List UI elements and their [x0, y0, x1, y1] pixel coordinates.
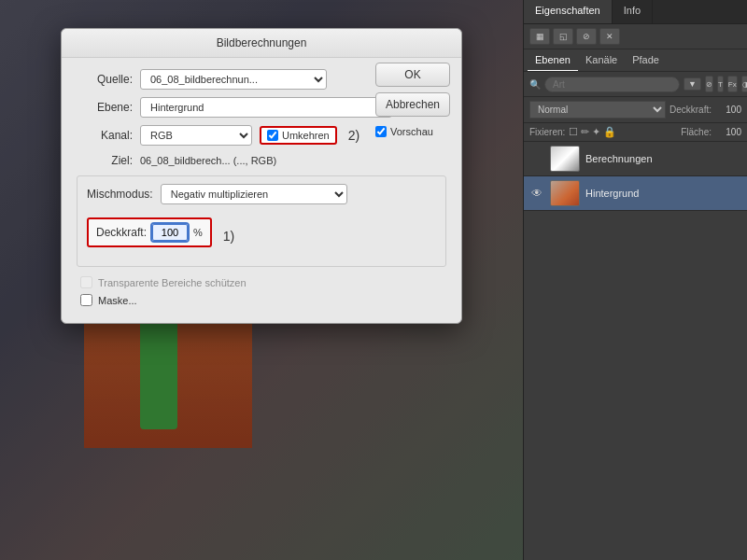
text-icon[interactable]: T: [717, 76, 724, 92]
search-icon: 🔍: [529, 79, 541, 90]
tab-eigenschaften[interactable]: Eigenschaften: [524, 0, 613, 23]
deck-row: Deckkraft: %: [87, 217, 212, 247]
ziel-label: Ziel:: [77, 154, 133, 167]
fx-icon[interactable]: Fx: [727, 76, 738, 92]
ebene-label: Ebene:: [77, 101, 133, 114]
misch-row: Mischmodus: Negativ multiplizieren: [87, 184, 436, 204]
panel-icon-3[interactable]: ⊘: [576, 28, 597, 45]
layer-name-berechnungen: Berechnungen: [585, 153, 741, 164]
deck-section: Deckkraft: % 1): [87, 214, 436, 259]
dialog-overlay: Bildberechnungen OK Abbrechen Vorschau Q…: [0, 0, 523, 560]
tab-pfade[interactable]: Pfade: [625, 49, 667, 71]
blend-mode-row: Normal Deckkraft: 100: [524, 97, 747, 123]
filter-icon[interactable]: ⊘: [705, 76, 713, 92]
right-panel: Eigenschaften Info ▦ ◱ ⊘ ✕ Ebenen Kanäle…: [523, 0, 747, 560]
fix-icon-brush[interactable]: ✏: [581, 126, 589, 138]
quelle-select[interactable]: 06_08_bildberechnun...: [140, 69, 327, 90]
ebene-select[interactable]: Hintergrund: [140, 97, 392, 118]
umkehren-box: Umkehren: [260, 126, 337, 145]
tab-kanaele[interactable]: Kanäle: [578, 49, 625, 71]
layers-tabs: Ebenen Kanäle Pfade: [524, 49, 747, 72]
layer-name-hintergrund: Hintergrund: [585, 188, 741, 199]
tab-ebenen[interactable]: Ebenen: [528, 49, 578, 71]
ok-button[interactable]: OK: [375, 63, 450, 87]
deck-percent: %: [193, 227, 203, 238]
panel-icon-2[interactable]: ◱: [553, 28, 573, 45]
annotation-2: 2): [348, 128, 359, 143]
transparent-label: Transparente Bereiche schützen: [98, 277, 247, 288]
panel-tabs: Eigenschaften Info: [524, 0, 747, 24]
maske-checkbox[interactable]: [80, 294, 92, 306]
panel-icon-1[interactable]: ▦: [529, 28, 550, 45]
vorschau-label: Vorschau: [390, 126, 433, 137]
fix-label: Fixieren:: [529, 127, 565, 137]
abbrechen-button[interactable]: Abbrechen: [375, 92, 450, 117]
fill-label: Fläche:: [681, 127, 712, 137]
layer-visibility-hintergrund[interactable]: 👁: [529, 186, 544, 201]
adj-icon[interactable]: ◑: [741, 76, 747, 92]
tab-info[interactable]: Info: [613, 0, 653, 23]
transparent-checkbox[interactable]: [80, 276, 92, 288]
fix-row: Fixieren: ☐ ✏ ✦ 🔒 Fläche: 100: [524, 123, 747, 142]
fill-value: 100: [715, 127, 741, 137]
kanal-label: Kanal:: [77, 129, 133, 142]
umkehren-label: Umkehren: [282, 130, 330, 141]
kanal-select[interactable]: RGB: [140, 125, 252, 146]
dialog-title: Bildberechnungen: [62, 29, 461, 58]
deck-input[interactable]: [152, 224, 188, 241]
fix-icons: ☐ ✏ ✦ 🔒: [569, 126, 677, 138]
fix-icon-lock[interactable]: ☐: [569, 126, 578, 138]
misch-select[interactable]: Negativ multiplizieren: [161, 184, 347, 204]
quelle-label: Quelle:: [77, 73, 133, 86]
maske-row: Maske...: [77, 294, 446, 306]
layer-visibility-berechnungen[interactable]: [529, 151, 544, 166]
panel-icons-row: ▦ ◱ ⊘ ✕: [524, 24, 747, 49]
maske-label: Maske...: [98, 295, 137, 306]
opacity-label: Deckkraft:: [669, 105, 712, 115]
vorschau-row: Vorschau: [375, 126, 450, 137]
vorschau-checkbox[interactable]: [375, 126, 387, 137]
search-input[interactable]: [544, 77, 680, 92]
misch-label: Mischmodus:: [87, 188, 153, 201]
fix-icon-all[interactable]: 🔒: [603, 126, 616, 138]
bildberechnungen-dialog: Bildberechnungen OK Abbrechen Vorschau Q…: [61, 28, 462, 324]
umkehren-checkbox[interactable]: [267, 130, 278, 141]
layer-berechnungen[interactable]: Berechnungen: [524, 142, 747, 176]
layer-hintergrund[interactable]: 👁 Hintergrund: [524, 176, 747, 211]
annotation-1: 1): [223, 229, 234, 244]
blend-mode-select[interactable]: Normal: [529, 101, 666, 119]
dialog-buttons: OK Abbrechen Vorschau: [375, 63, 450, 137]
layer-thumbnail-hintergrund: [550, 180, 580, 206]
layers-search-row: 🔍 ▼ ⊘ T Fx ◑: [524, 72, 747, 97]
transparent-row: Transparente Bereiche schützen: [77, 276, 446, 288]
fix-icon-move[interactable]: ✦: [592, 126, 600, 138]
opacity-value: 100: [715, 105, 741, 115]
layer-thumbnail-berechnungen: [550, 146, 580, 172]
misch-section: Mischmodus: Negativ multiplizieren Deckk…: [77, 175, 446, 267]
ziel-row: Ziel: 06_08_bildberech... (..., RGB): [77, 153, 446, 168]
ziel-value: 06_08_bildberech... (..., RGB): [140, 153, 276, 168]
mode-button[interactable]: ▼: [684, 77, 701, 91]
deck-label: Deckkraft:: [96, 226, 147, 239]
panel-icon-4[interactable]: ✕: [599, 28, 620, 45]
